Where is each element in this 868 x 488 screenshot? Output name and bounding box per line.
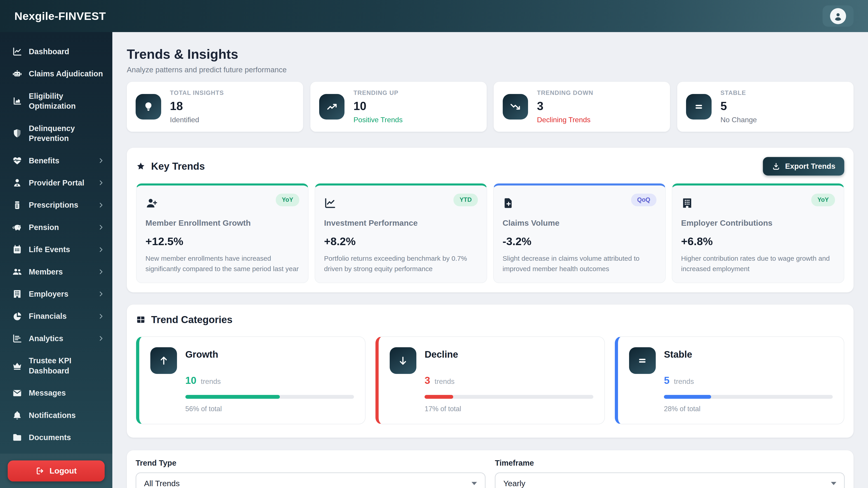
stat-subtext: No Change [720,116,757,124]
user-menu-button[interactable] [823,5,854,26]
category-count: 5 [664,375,670,386]
key-trends-header: Key Trends Export Trends [136,157,844,175]
stat-card-total-insights: TOTAL INSIGHTS 18 Identified [127,82,303,131]
shield-icon [12,128,22,138]
sidebar-item-employers[interactable]: Employers [0,284,112,305]
stat-card-stable: STABLE 5 No Change [677,82,854,131]
lightbulb-icon [143,101,154,112]
stat-icon-tile [135,94,161,120]
export-trends-label: Export Trends [785,162,835,170]
chevron-right-icon [97,313,105,320]
main-content: Trends & Insights Analyze patterns and p… [112,32,868,488]
chevron-right-icon [97,179,105,186]
users-icon [12,267,22,277]
key-trends-panel: Key Trends Export Trends YoY Member Enro… [127,148,854,293]
progress-fill [664,395,711,399]
stat-card-trending-down: TRENDING DOWN 3 Declining Trends [494,82,670,131]
bell-icon [12,410,22,420]
sidebar-item-documents[interactable]: Documents [0,427,112,448]
stat-value: 18 [170,99,224,113]
category-card-growth: Growth 10 trends 56% of total [136,336,366,424]
file-medical-icon [502,197,515,209]
bar-chart-icon [12,333,22,344]
timeframe-label: Timeframe [495,459,845,467]
export-trends-button[interactable]: Export Trends [763,157,844,175]
sidebar-item-provider-portal[interactable]: Provider Portal [0,172,112,193]
trend-description: Portfolio returns exceeding benchmark by… [324,253,478,274]
stat-icon-tile [503,94,528,120]
sidebar-nav: Dashboard Claims Adjudication Eligibilit… [0,32,112,454]
period-badge: YTD [454,194,478,206]
category-title: Stable [664,349,833,360]
sidebar-item-financials[interactable]: Financials [0,306,112,327]
equals-icon [637,355,648,366]
stat-icon-tile [686,94,712,120]
sidebar-item-messages[interactable]: Messages [0,383,112,404]
heart-pulse-icon [12,156,22,166]
trend-value: +12.5% [146,235,300,248]
sidebar-item-members[interactable]: Members [0,261,112,283]
sidebar-item-pension[interactable]: Pension [0,217,112,238]
grid-icon [136,315,146,324]
chevron-right-icon [97,290,105,297]
brand-title: Nexgile-FINVEST [14,10,106,22]
prescription-icon [12,200,22,210]
sidebar-item-benefits[interactable]: Benefits [0,150,112,171]
envelope-icon [12,388,22,398]
trend-up-icon [327,101,338,112]
trend-type-select[interactable]: All Trends [135,473,486,488]
category-title: Growth [185,349,354,360]
chart-line-icon [12,46,22,57]
progress-bar [425,395,593,399]
calendar-icon [12,245,22,254]
category-unit: trends [674,377,694,386]
equals-icon [693,101,704,112]
piggy-bank-icon [12,222,22,232]
stat-value: 3 [537,99,593,113]
logout-button[interactable]: Logout [8,460,105,482]
folder-icon [12,432,22,442]
sidebar-item-claims-adjudication[interactable]: Claims Adjudication [0,63,112,85]
logout-label: Logout [50,466,76,476]
period-badge: YoY [276,194,299,206]
sidebar-item-notifications[interactable]: Notifications [0,404,112,426]
progress-bar [185,395,354,399]
sidebar-item-prescriptions[interactable]: Prescriptions [0,195,112,216]
sidebar-item-analytics[interactable]: Analytics [0,328,112,349]
sidebar-logout-section: Logout [0,454,112,488]
chevron-right-icon [97,335,105,342]
trend-type-filter: Trend Type All Trends [135,459,486,488]
trend-categories-title: Trend Categories [151,314,844,325]
sidebar-item-dashboard[interactable]: Dashboard [0,41,112,62]
chevron-right-icon [97,201,105,209]
page-title: Trends & Insights [127,46,854,62]
timeframe-value: Yearly [503,479,525,488]
trend-categories-header: Trend Categories [136,314,844,325]
sidebar-item-eligibility-optimization[interactable]: Eligibility Optimization [0,86,112,117]
period-badge: YoY [811,194,835,206]
top-header-bar: Nexgile-FINVEST [0,0,868,32]
category-card-decline: Decline 3 trends 17% of total [375,336,605,424]
category-cards-grid: Growth 10 trends 56% of total Decline 3 … [136,336,844,424]
crown-icon [12,361,22,371]
trend-title: Employer Contributions [681,219,835,228]
stat-label: STABLE [720,90,757,96]
stat-value: 5 [720,99,757,113]
category-title: Decline [425,349,593,360]
app-window: Nexgile-FINVEST Dashboard Claims Adjudic… [0,0,868,488]
timeframe-select[interactable]: Yearly [495,473,845,488]
trend-down-icon [510,101,521,112]
sidebar-item-delinquency-prevention[interactable]: Delinquency Prevention [0,118,112,149]
building-icon [681,197,693,209]
chevron-right-icon [97,246,105,253]
sidebar-item-life-events[interactable]: Life Events [0,239,112,260]
trend-card-member-enrollment-growth: YoY Member Enrollment Growth +12.5% New … [136,184,309,283]
arrow-up-icon [158,355,169,366]
progress-fill [185,395,280,399]
category-icon-tile [390,347,416,374]
chevron-down-icon [471,482,477,485]
stat-value: 10 [353,99,403,113]
user-icon [833,11,844,22]
trend-categories-panel: Trend Categories Growth 10 trends 56% of… [127,304,854,437]
sidebar-item-trustee-kpi-dashboard[interactable]: Trustee KPI Dashboard [0,350,112,381]
